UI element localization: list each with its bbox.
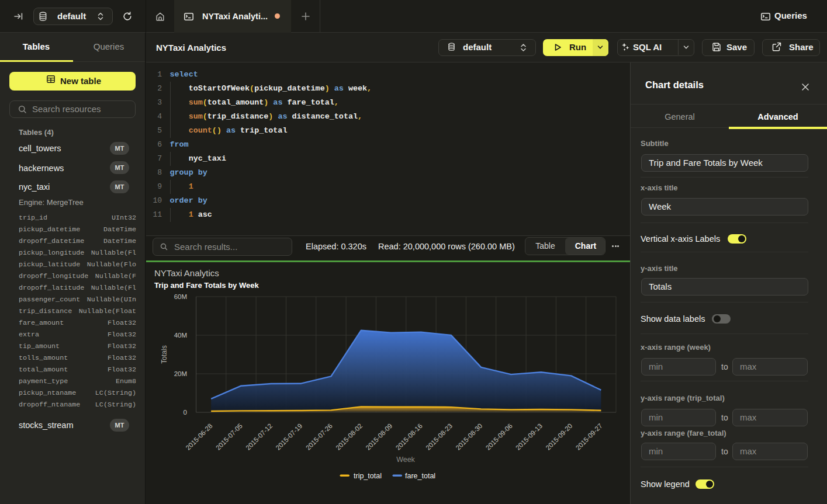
svg-text:20M: 20M: [174, 370, 187, 377]
svg-text:2015-09-27: 2015-09-27: [575, 422, 604, 451]
svg-text:60M: 60M: [174, 293, 187, 300]
svg-text:2015-09-20: 2015-09-20: [544, 422, 573, 451]
svg-text:2015-09-06: 2015-09-06: [485, 422, 514, 451]
svg-text:2015-08-09: 2015-08-09: [364, 422, 393, 451]
svg-text:fare_total: fare_total: [405, 472, 435, 480]
svg-text:2015-09-13: 2015-09-13: [514, 422, 544, 451]
svg-text:0: 0: [184, 409, 187, 416]
svg-text:NYTaxi Analytics: NYTaxi Analytics: [154, 268, 219, 278]
svg-text:2015-08-02: 2015-08-02: [334, 422, 364, 451]
svg-text:2015-06-28: 2015-06-28: [185, 422, 214, 451]
svg-text:40M: 40M: [174, 332, 187, 339]
svg-text:2015-08-23: 2015-08-23: [424, 422, 454, 451]
svg-text:Week: Week: [396, 456, 415, 464]
svg-text:2015-08-30: 2015-08-30: [454, 422, 483, 451]
svg-text:Totals: Totals: [160, 345, 168, 363]
svg-text:trip_total: trip_total: [354, 472, 382, 480]
svg-text:2015-07-12: 2015-07-12: [244, 422, 274, 451]
svg-text:2015-07-19: 2015-07-19: [274, 422, 303, 451]
svg-text:2015-07-26: 2015-07-26: [304, 422, 334, 451]
svg-text:2015-07-05: 2015-07-05: [214, 422, 244, 451]
svg-text:2015-08-16: 2015-08-16: [395, 422, 424, 451]
svg-text:Trip and Fare Totals by Week: Trip and Fare Totals by Week: [154, 281, 259, 290]
